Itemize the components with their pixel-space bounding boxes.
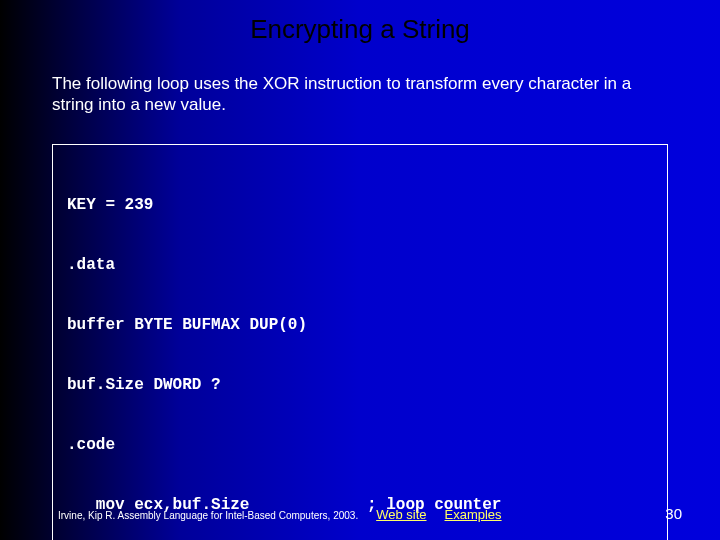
web-site-link[interactable]: Web site: [376, 507, 426, 522]
code-text: KEY = 239: [67, 195, 367, 215]
slide-title: Encrypting a String: [0, 0, 720, 55]
page-number: 30: [665, 505, 682, 522]
examples-link[interactable]: Examples: [445, 507, 502, 522]
content-area: The following loop uses the XOR instruct…: [0, 55, 720, 540]
intro-text: The following loop uses the XOR instruct…: [52, 73, 668, 116]
footer: Irvine, Kip R. Assembly Language for Int…: [0, 505, 720, 522]
code-text: .code: [67, 435, 367, 455]
code-text: buffer BYTE BUFMAX DUP(0): [67, 315, 367, 335]
code-text: .data: [67, 255, 367, 275]
code-text: buf.Size DWORD ?: [67, 375, 367, 395]
code-block: KEY = 239 .data buffer BYTE BUFMAX DUP(0…: [52, 144, 668, 541]
citation-text: Irvine, Kip R. Assembly Language for Int…: [58, 510, 358, 521]
